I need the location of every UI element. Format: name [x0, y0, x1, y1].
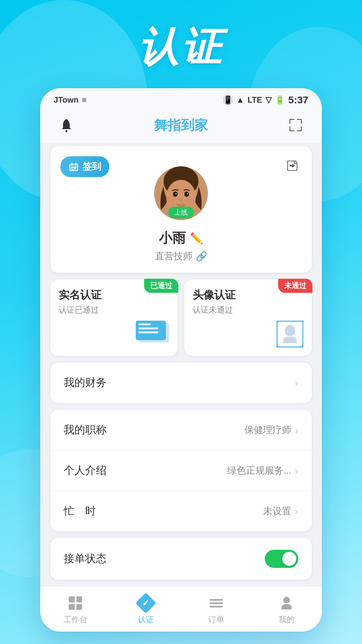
svg-point-20 [168, 197, 176, 203]
menu-card: 我的职称 保健理疗师 › 个人介绍 绿色正规服务... › 忙 时 未设置 › [50, 410, 312, 531]
svg-rect-6 [290, 126, 290, 131]
avatar-status-badge: 未通过 [278, 279, 312, 293]
profile-role-row: 直营技师 🔗 [155, 250, 207, 263]
intro-label: 个人介绍 [64, 463, 107, 478]
svg-rect-8 [301, 126, 302, 131]
job-title-label: 我的职称 [64, 423, 107, 437]
realname-status-badge: 已通过 [144, 279, 178, 293]
nav-label-orders: 订单 [208, 614, 224, 625]
nav-item-workbench[interactable]: 工作台 [40, 587, 111, 632]
header-title: 舞指到家 [76, 116, 286, 135]
id-card-icon [136, 321, 169, 342]
signal-icon: ▲ [236, 95, 244, 105]
svg-point-21 [186, 197, 194, 203]
busy-time-value: 未设置 [263, 505, 291, 518]
job-title-menu-item[interactable]: 我的职称 保健理疗师 › [50, 410, 312, 450]
link-icon[interactable]: 🔗 [196, 251, 207, 262]
nav-item-orders[interactable]: 订单 [181, 587, 251, 632]
svg-rect-4 [301, 119, 302, 124]
vibrate-icon: 📳 [223, 95, 233, 105]
toggle-knob [282, 552, 296, 566]
svg-rect-1 [290, 119, 294, 120]
realname-cert-card[interactable]: 已通过 实名认证 认证已通过 [50, 279, 178, 356]
grid-icon [67, 595, 84, 611]
finance-label: 我的财务 [64, 375, 107, 390]
menu-icon: ≡ [82, 95, 86, 105]
svg-point-16 [173, 192, 178, 197]
certification-row: 已通过 实名认证 认证已通过 未通过 头像认 [50, 279, 312, 356]
list-icon [208, 595, 225, 611]
status-carrier: JTown ≡ [54, 95, 86, 105]
battery-icon: 🔋 [275, 95, 285, 105]
intro-value: 绿色正规服务... [227, 464, 291, 477]
status-bar: JTown ≡ 📳 ▲ LTE ▽ 🔋 5:37 [40, 88, 322, 109]
lte-label: LTE [247, 95, 262, 105]
nav-label-workbench: 工作台 [63, 614, 87, 625]
profile-card: 签到 [50, 146, 312, 273]
chevron-icon: › [295, 377, 298, 389]
finance-menu-item[interactable]: 我的财务 › [50, 363, 312, 403]
nav-label-cert: 认证 [138, 614, 154, 625]
intro-menu-item[interactable]: 个人介绍 绿色正规服务... › [50, 450, 312, 491]
bottom-nav: 工作台 ✓ 认证 订单 [40, 586, 322, 632]
accept-order-toggle[interactable] [265, 550, 298, 568]
checkin-button[interactable]: 签到 [60, 156, 109, 177]
nav-item-cert[interactable]: ✓ 认证 [111, 587, 181, 632]
chevron-icon: › [295, 505, 298, 518]
face-scan-icon [277, 321, 303, 347]
svg-rect-7 [297, 130, 302, 131]
svg-point-0 [65, 130, 67, 132]
nav-item-mine[interactable]: 我的 [251, 587, 322, 632]
person-icon [278, 595, 295, 611]
chevron-icon: › [295, 465, 298, 477]
share-button[interactable] [283, 156, 302, 175]
svg-rect-5 [290, 130, 294, 131]
svg-point-17 [184, 192, 189, 197]
realname-cert-icon-area [59, 321, 169, 342]
realname-cert-subtitle: 认证已通过 [59, 305, 169, 315]
profile-name: 小雨 [159, 229, 186, 247]
accept-order-label: 接单状态 [64, 551, 107, 566]
status-right: 📳 ▲ LTE ▽ 🔋 5:37 [223, 94, 308, 106]
svg-point-19 [187, 193, 188, 194]
job-title-value: 保健理疗师 [244, 424, 291, 436]
avatar-container: 上线 [154, 166, 208, 220]
busy-time-label: 忙 时 [64, 504, 96, 519]
wifi-icon: ▽ [265, 95, 272, 105]
online-status-badge: 上线 [168, 207, 194, 218]
bell-button[interactable] [57, 116, 76, 135]
scan-button[interactable] [286, 116, 305, 135]
svg-rect-3 [297, 119, 302, 120]
app-header: 舞指到家 [40, 109, 322, 143]
busy-time-menu-item[interactable]: 忙 时 未设置 › [50, 491, 312, 531]
svg-point-18 [175, 193, 177, 194]
page-background-title: 认证 [138, 20, 224, 75]
svg-rect-2 [290, 119, 290, 124]
face-silhouette [283, 325, 298, 343]
diamond-check-icon: ✓ [137, 595, 154, 611]
id-card-front [136, 321, 166, 340]
main-content: 签到 [40, 143, 322, 586]
edit-name-button[interactable]: ✏️ [190, 232, 203, 245]
nav-label-mine: 我的 [279, 614, 295, 625]
avatar-cert-card[interactable]: 未通过 头像认证 认证未通过 [184, 279, 312, 356]
accept-order-card: 接单状态 [50, 538, 312, 580]
profile-name-row: 小雨 ✏️ [159, 229, 203, 247]
phone-frame: JTown ≡ 📳 ▲ LTE ▽ 🔋 5:37 舞指到家 [40, 88, 322, 632]
avatar-cert-icon-area [193, 321, 303, 347]
chevron-icon: › [295, 424, 298, 436]
avatar-cert-subtitle: 认证未通过 [193, 305, 303, 315]
profile-role: 直营技师 [155, 250, 192, 263]
